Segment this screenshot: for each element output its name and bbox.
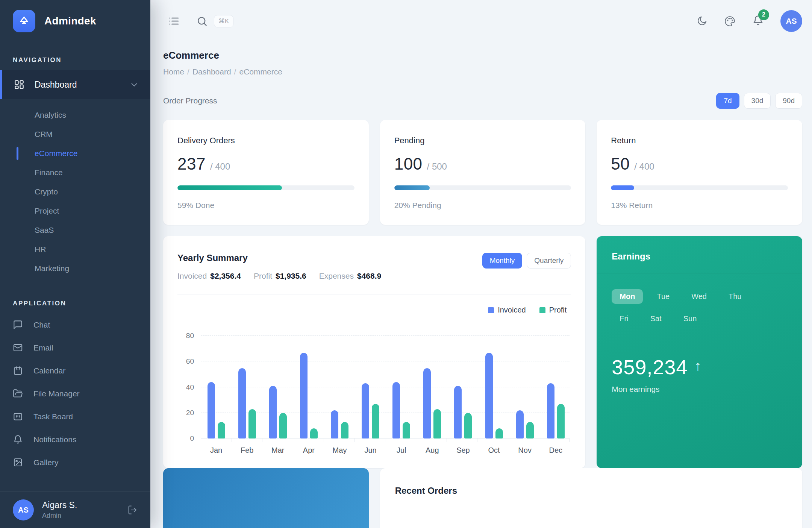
page-content: eCommerce Home/Dashboard/eCommerce Order… [150,42,812,528]
day-tab-thu[interactable]: Thu [721,289,749,304]
day-tab-sat[interactable]: Sat [642,311,670,326]
bar-profit-feb [248,409,256,438]
palette-icon[interactable] [724,15,736,27]
email-icon [13,343,23,353]
bar-group-apr [293,326,324,438]
sidebar-item-hr[interactable]: HR [0,240,150,259]
toggle-button-monthly[interactable]: Monthly [482,253,523,269]
bar-invoiced-may [331,410,338,438]
bar-profit-dec [557,404,565,438]
bar-profit-sep [464,413,472,438]
yearly-stat-value: $468.9 [357,272,381,280]
legend-item-invoiced: Invoiced [488,306,526,314]
brand-row[interactable]: Admindek [0,0,150,41]
sidebar-item-ecommerce[interactable]: eCommerce [0,144,150,163]
arrow-up-logo-icon [18,15,30,27]
earnings-title: Earnings [597,236,802,273]
notifications-icon [13,434,23,445]
y-tick-label: 40 [186,383,194,391]
x-tick-label-apr: Apr [293,446,324,455]
middle-row: Yearly Summary Invoiced$2,356.4Profit$1,… [163,236,802,468]
logout-icon[interactable] [127,505,138,515]
bar-invoiced-jan [208,382,215,438]
bar-profit-aug [433,409,441,438]
stat-value-row: 100/ 500 [394,155,571,173]
yearly-stat-value: $1,935.6 [276,272,306,280]
day-tab-mon[interactable]: Mon [612,289,643,304]
day-tab-tue[interactable]: Tue [649,289,677,304]
sidebar-item-file-manager[interactable]: File Manager [0,382,150,405]
x-tick-label-aug: Aug [417,446,448,455]
stat-caption: 59% Done [177,201,354,210]
stat-card-pending: Pending100/ 50020% Pending [380,120,586,225]
bar-group-may [324,326,355,438]
breadcrumb-item-dashboard[interactable]: Dashboard [192,67,231,76]
stat-total: / 400 [210,161,230,172]
sidebar-item-crypto[interactable]: Crypto [0,182,150,201]
stat-value: 100 [394,155,423,173]
bar-invoiced-feb [238,368,246,439]
legend-label: Profit [549,306,567,314]
day-tab-fri[interactable]: Fri [612,311,636,326]
yearly-stat-profit: Profit$1,935.6 [254,272,306,281]
y-tick-label: 20 [186,409,194,417]
y-tick-label: 80 [186,332,194,340]
keyboard-shortcut-badge: ⌘K [214,15,233,27]
range-button-7d[interactable]: 7d [716,93,739,109]
sidebar-item-task-board[interactable]: Task Board [0,405,150,428]
app-section-label: APPLICATION [13,300,138,307]
sidebar-item-project[interactable]: Project [0,201,150,220]
brand-name: Admindek [44,15,96,27]
sidebar-item-marketing[interactable]: Marketing [0,259,150,278]
search-icon[interactable] [196,15,208,27]
legend-label: Invoiced [498,306,526,314]
sidebar-item-email[interactable]: Email [0,336,150,359]
day-tab-sun[interactable]: Sun [676,311,705,326]
x-tick-label-sep: Sep [448,446,479,455]
bar-invoiced-sep [454,386,462,438]
range-button-30d[interactable]: 30d [744,93,771,109]
x-tick-label-dec: Dec [540,446,571,455]
sidebar-item-chat[interactable]: Chat [0,313,150,336]
moon-icon[interactable] [696,15,707,27]
avatar: AS [13,499,34,520]
sidebar-item-analytics[interactable]: Analytics [0,105,150,124]
bar-invoiced-jun [362,383,369,438]
y-tick-label: 0 [190,434,194,443]
sidebar-item-notifications[interactable]: Notifications [0,428,150,451]
sidebar-item-gallery[interactable]: Gallery [0,451,150,474]
stat-card-return: Return50/ 40013% Return [597,120,802,225]
axis-tick [324,438,354,442]
range-button-90d[interactable]: 90d [775,93,802,109]
yearly-stat-label: Invoiced [177,272,207,280]
axis-tick [262,438,293,442]
stat-card-delivery-orders: Delivery Orders237/ 40059% Done [163,120,369,225]
sidebar-item-saas[interactable]: SaaS [0,220,150,240]
bottom-row: Recent Orders [163,468,802,528]
chevron-down-icon [129,80,139,90]
sidebar-item-dashboard[interactable]: Dashboard [0,70,150,99]
bar-group-feb [232,326,262,438]
avatar[interactable]: AS [780,10,802,32]
sidebar-item-label: Email [33,343,53,352]
chart-legend: InvoicedProfit [177,306,567,314]
breadcrumb-item-ecommerce: eCommerce [239,67,282,76]
earnings-caption: Mon earnings [612,385,787,394]
stat-value-row: 50/ 400 [611,155,788,173]
day-tab-wed[interactable]: Wed [683,289,715,304]
axis-tick [201,438,232,442]
sidebar-item-calendar[interactable]: Calendar [0,359,150,382]
yearly-stat-value: $2,356.4 [210,272,241,280]
y-tick-label: 60 [186,357,194,366]
sidebar-item-crm[interactable]: CRM [0,124,150,144]
task-board-icon [13,411,23,422]
breadcrumb-item-home[interactable]: Home [163,67,184,76]
menu-list-icon[interactable] [168,15,180,27]
toggle-button-quarterly[interactable]: Quarterly [527,253,571,269]
progress-fill [611,185,634,190]
bar-profit-mar [279,413,287,438]
bar-group-sep [448,326,479,438]
sidebar-item-finance[interactable]: Finance [0,163,150,182]
bar-group-jan [201,326,232,438]
yearly-summary-card: Yearly Summary Invoiced$2,356.4Profit$1,… [163,236,585,468]
